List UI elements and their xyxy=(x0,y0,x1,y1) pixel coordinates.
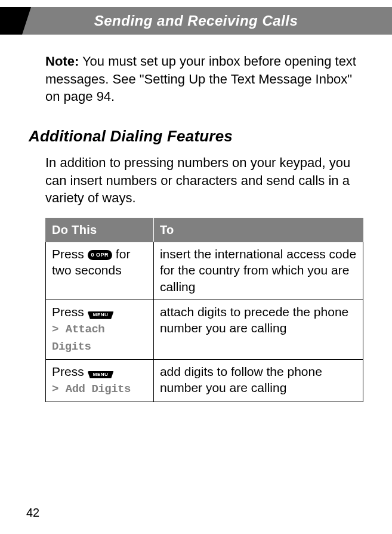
header-background: Sending and Receiving Calls xyxy=(0,7,392,35)
cell-do-this: Press MENU > Attach Digits xyxy=(46,300,154,360)
press-label: Press xyxy=(52,305,88,319)
cell-to: insert the international access code for… xyxy=(153,242,363,300)
cell-do-this: Press MENU > Add Digits xyxy=(46,359,154,402)
gt-symbol: > xyxy=(52,382,66,396)
page-number: 42 xyxy=(26,506,39,520)
page-content: Note: You must set up your inbox before … xyxy=(0,35,392,402)
gt-symbol: > xyxy=(52,323,66,336)
zero-key-icon: 0 OPR xyxy=(88,250,113,260)
table-header-do-this: Do This xyxy=(46,218,154,242)
table-row: Press 0 OPR for two seconds insert the i… xyxy=(46,242,363,300)
table-header-row: Do This To xyxy=(46,218,363,242)
cell-to: add digits to follow the phone number yo… xyxy=(153,359,363,402)
note-paragraph: Note: You must set up your inbox before … xyxy=(45,53,363,106)
menu-key-icon: MENU xyxy=(88,311,114,319)
table-row: Press MENU > Attach Digits attach digits… xyxy=(46,300,363,360)
cell-to: attach digits to precede the phone numbe… xyxy=(153,300,363,360)
section-heading: Additional Dialing Features xyxy=(29,127,363,146)
dialing-features-table: Do This To Press 0 OPR for two seconds i… xyxy=(45,218,363,402)
menu-key-icon: MENU xyxy=(88,371,114,379)
page-header: Sending and Receiving Calls xyxy=(0,0,392,35)
press-label: Press xyxy=(52,365,88,378)
menu-path: Add Digits xyxy=(66,382,131,396)
section-intro: In addition to pressing numbers on your … xyxy=(45,154,363,207)
table-header-to: To xyxy=(153,218,363,242)
page-title: Sending and Receiving Calls xyxy=(94,13,298,29)
header-top-strip xyxy=(0,0,392,7)
press-label: Press xyxy=(52,247,88,261)
table-row: Press MENU > Add Digits add digits to fo… xyxy=(46,359,363,402)
note-text: You must set up your inbox before openin… xyxy=(45,54,356,104)
note-label: Note: xyxy=(45,54,79,69)
cell-do-this: Press 0 OPR for two seconds xyxy=(46,242,154,300)
